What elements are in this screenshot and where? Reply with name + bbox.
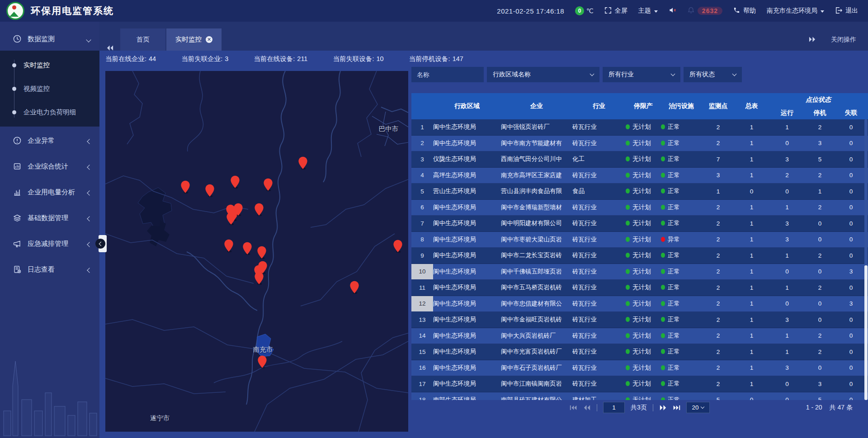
stats-icon xyxy=(13,162,22,171)
map-pin-4[interactable] xyxy=(298,156,308,170)
help-button[interactable]: 帮助 xyxy=(733,7,756,15)
table-row[interactable]: 18南部生态环境局南部县砖瓦建材有限公建材加工无计划正常50050 xyxy=(411,392,868,400)
tabs-scroll-left-button[interactable] xyxy=(99,45,120,51)
cell-points: 2 xyxy=(702,140,735,146)
limit-text: 无计划 xyxy=(632,155,651,162)
table-row[interactable]: 8阆中生态环境局阆中市枣碧大梁山页岩砖瓦行业无计划异常21300 xyxy=(411,232,868,248)
sidebar-item-label: 企业综合统计 xyxy=(28,162,68,171)
map-pin-17[interactable] xyxy=(349,281,359,294)
industry-filter-select[interactable]: 所有行业 xyxy=(603,67,680,82)
logout-button[interactable]: 退出 xyxy=(835,7,858,15)
table-row[interactable]: 6阆中生态环境局阆中市金博瑞新型墙材砖瓦行业无计划正常21120 xyxy=(411,200,868,216)
sidebar-subitem-realtime-monitor[interactable]: 实时监控 xyxy=(0,53,99,77)
cell-facility-status: 正常 xyxy=(661,380,702,388)
map-pin-2[interactable] xyxy=(230,175,240,189)
table-row[interactable]: 3仪陇生态环境局西南油气田分公司川中化工无计划正常71350 xyxy=(411,151,868,168)
fullscreen-label: 全屏 xyxy=(615,7,627,15)
table-row[interactable]: 10阆中生态环境局阆中千佛镇五郎垭页岩砖瓦行业无计划正常21003 xyxy=(411,264,868,280)
notifications-button[interactable]: 2632 xyxy=(687,6,722,15)
status-filter-select[interactable]: 所有状态 xyxy=(684,67,742,82)
cell-points: 2 xyxy=(702,220,735,227)
last-page-button[interactable] xyxy=(673,405,680,411)
cell-company: 阆中市江南镇阆南页岩 xyxy=(501,380,572,388)
cell-facility-status: 正常 xyxy=(661,396,702,400)
sidebar-item-log-view[interactable]: 日志查看 xyxy=(0,258,99,281)
sidebar-collapse-handle[interactable] xyxy=(99,235,107,252)
table-row[interactable]: 13阆中生态环境局阆中市金福旺页岩机砖砖瓦行业无计划正常21300 xyxy=(411,312,868,328)
col-header-index xyxy=(411,93,433,119)
table-scrollbar-track[interactable] xyxy=(864,119,868,400)
map-pin-10[interactable] xyxy=(224,239,234,253)
cell-company: 阆中大兴页岩机砖厂 xyxy=(501,332,572,340)
table-row[interactable]: 5营山生态环境局营山县润丰肉食品有限食品无计划正常10010 xyxy=(411,184,868,200)
map-pin-1[interactable] xyxy=(205,184,215,198)
table-row[interactable]: 12阆中生态环境局阆中市忠信建材有限公砖瓦行业无计划正常21003 xyxy=(411,296,868,312)
cell-run: 1 xyxy=(769,349,806,355)
tabs-scroll-right-button[interactable] xyxy=(809,36,816,43)
region-filter-select[interactable]: 行政区域名称 xyxy=(487,67,599,82)
sidebar-item-data-monitor[interactable]: 数据监测 xyxy=(0,27,99,51)
table-row[interactable]: 14阆中生态环境局阆中大兴页岩机砖厂砖瓦行业无计划正常21120 xyxy=(411,328,868,344)
map-pin-8[interactable] xyxy=(226,212,236,226)
table-row[interactable]: 15阆中生态环境局阆中市光富页岩机砖厂砖瓦行业无计划正常21120 xyxy=(411,344,868,360)
name-search-input[interactable] xyxy=(411,67,484,82)
table-row[interactable]: 17阆中生态环境局阆中市江南镇阆南页岩砖瓦行业无计划正常21030 xyxy=(411,376,868,392)
mute-button[interactable] xyxy=(669,6,676,15)
stat-value: 147 xyxy=(453,55,463,62)
map-pin-9[interactable] xyxy=(254,203,264,217)
sidebar-subitem-video-monitor[interactable]: 视频监控 xyxy=(0,77,99,100)
map-pin-3[interactable] xyxy=(263,178,273,192)
table-row[interactable]: 9阆中生态环境局阆中市二龙长宝页岩砖砖瓦行业无计划正常21120 xyxy=(411,248,868,264)
page-number-input[interactable]: 1 xyxy=(603,402,625,413)
table-row[interactable]: 2阆中生态环境局阆中市南方节能建材有砖瓦行业无计划正常21030 xyxy=(411,136,868,152)
cell-limit-status: 无计划 xyxy=(626,123,661,131)
sidebar-item-power-analysis[interactable]: 企业用电量分析 xyxy=(0,180,99,204)
theme-menu-button[interactable]: 主题 xyxy=(638,7,658,15)
sidebar-item-emergency-reduction[interactable]: 应急减排管理 xyxy=(0,232,99,255)
tab-实时监控[interactable]: 实时监控✕ xyxy=(166,28,222,51)
megaphone-icon xyxy=(13,239,22,248)
first-page-button[interactable] xyxy=(570,405,577,411)
stat-value: 10 xyxy=(376,55,383,62)
cell-meters: 1 xyxy=(735,204,769,211)
sidebar-item-enterprise-abnormal[interactable]: 企业异常 xyxy=(0,129,99,152)
sidebar-item-enterprise-stats[interactable]: 企业综合统计 xyxy=(0,155,99,178)
facility-text: 正常 xyxy=(668,284,680,291)
cell-facility-status: 正常 xyxy=(661,332,702,340)
status-dot-green xyxy=(626,221,630,226)
map-pin-18[interactable] xyxy=(257,355,267,369)
table-row[interactable]: 1阆中生态环境局阆中强锐页岩砖厂砖瓦行业无计划正常21120 xyxy=(411,119,868,136)
row-index: 12 xyxy=(411,296,433,312)
tab-close-icon[interactable]: ✕ xyxy=(206,36,212,43)
table-row[interactable]: 11阆中生态环境局阆中市五马桥页岩机砖砖瓦行业无计划正常21120 xyxy=(411,280,868,296)
map-panel[interactable]: 巴中市南充市遂宁市 xyxy=(105,71,408,432)
cell-region: 阆中生态环境局 xyxy=(433,123,501,131)
cell-region: 阆中生态环境局 xyxy=(433,300,501,308)
map-pin-16[interactable] xyxy=(393,240,403,253)
map-pin-12[interactable] xyxy=(257,246,267,259)
previous-page-button[interactable] xyxy=(583,405,591,411)
org-menu-button[interactable]: 南充市生态环境局 xyxy=(767,7,824,15)
close-operations-button[interactable]: 关闭操作 xyxy=(831,36,856,44)
table-row[interactable]: 16阆中生态环境局阆中市石子页岩机砖厂砖瓦行业无计划正常21300 xyxy=(411,360,868,377)
cell-run: 3 xyxy=(769,316,806,323)
tab-首页[interactable]: 首页 xyxy=(120,28,165,51)
header-actions: 2021-02-25 17:46:18 0 ℃ 全屏 主题 2632 xyxy=(497,6,868,15)
table-row[interactable]: 7阆中生态环境局阆中明阳建材有限公司砖瓦行业无计划正常21300 xyxy=(411,216,868,232)
status-dot-green xyxy=(661,253,665,258)
map-pin-11[interactable] xyxy=(242,241,252,255)
notification-count-badge[interactable]: 2632 xyxy=(698,7,722,15)
map-pin-0[interactable] xyxy=(180,180,190,194)
sidebar-subitem-power-load-detail[interactable]: 企业电力负荷明细 xyxy=(0,100,99,124)
cell-limit-status: 无计划 xyxy=(626,203,661,212)
fullscreen-button[interactable]: 全屏 xyxy=(604,7,627,15)
page-size-select[interactable]: 20 xyxy=(686,402,710,413)
map-city-label-南充市: 南充市 xyxy=(253,345,273,354)
table-scrollbar-thumb[interactable] xyxy=(864,265,868,400)
cell-region: 阆中生态环境局 xyxy=(433,348,501,356)
map-pin-15[interactable] xyxy=(254,272,264,285)
facility-text: 正常 xyxy=(668,396,680,400)
next-page-button[interactable] xyxy=(659,405,667,411)
sidebar-item-base-data[interactable]: 基础数据管理 xyxy=(0,206,99,230)
table-row[interactable]: 4高坪生态环境局南充市高坪区王家店建砖瓦行业无计划正常31220 xyxy=(411,168,868,184)
